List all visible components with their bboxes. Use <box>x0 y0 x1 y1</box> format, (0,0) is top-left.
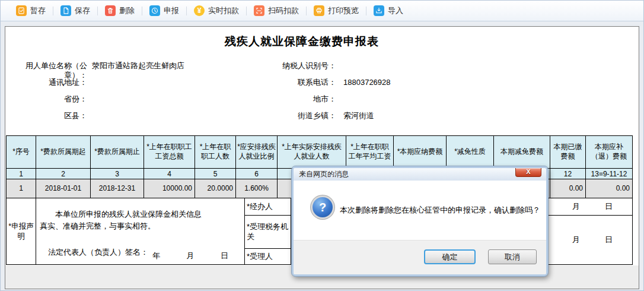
dialog-titlebar[interactable]: 来自网页的消息 <box>294 168 546 181</box>
phone-label: 联系电话： <box>243 78 336 87</box>
import-label: 导入 <box>388 5 403 16</box>
declare-button[interactable]: 申报 <box>142 1 186 21</box>
col-index: 13=9-11-12 <box>586 169 633 179</box>
agent-label: *经办人 <box>245 198 291 216</box>
scan-pay-button[interactable]: 扫码扣款 <box>247 1 306 21</box>
balance-amount-cell: 0.00 <box>586 179 633 199</box>
period-end-cell[interactable]: 2018-12-31 <box>91 179 144 199</box>
col-header: *上年实际安排残疾人就业人数 <box>278 136 346 169</box>
mailing-address-label: 通讯地址： <box>5 78 87 87</box>
question-icon: ? <box>313 197 333 217</box>
paid-amount-cell: 0.00 <box>550 179 586 199</box>
col-header: 本期减免费额 <box>494 136 550 169</box>
phone-value: 18803726928 <box>343 78 391 87</box>
save-doc-icon <box>60 5 71 16</box>
serial-cell: 1 <box>7 179 36 199</box>
street-value: 索河街道 <box>343 111 374 121</box>
total-salary-cell[interactable]: 10000.00 <box>144 179 195 199</box>
dialog-message: 本次删除将删除您在核心征管中的申报记录，确认删除吗？ <box>340 205 540 216</box>
confirm-button[interactable]: 确定 <box>424 249 476 264</box>
col-index: 5 <box>195 169 236 179</box>
col-header: *费款所属期起 <box>36 136 91 169</box>
clock-icon <box>149 5 160 16</box>
day-label: 日 <box>221 251 228 261</box>
col-index: 12 <box>550 169 586 179</box>
col-header: *序号 <box>7 136 36 169</box>
delete-label: 删除 <box>119 5 135 16</box>
clipboard-icon <box>16 5 27 16</box>
col-header: *上年在职职工人数 <box>195 136 236 169</box>
cancel-button[interactable]: 取消 <box>488 249 537 264</box>
realtime-deduct-button[interactable]: ¥ 实时扣款 <box>187 1 246 21</box>
declaration-line1: 本单位所申报的残疾人就业保障金相关信息 <box>40 209 241 220</box>
print-preview-button[interactable]: 打印预览 <box>307 1 366 21</box>
col-index: 2 <box>36 169 91 179</box>
col-header: *本期应纳费额 <box>394 136 447 169</box>
tax-office-label: *受理税务机关 <box>245 216 291 249</box>
period-start-cell[interactable]: 2018-01-01 <box>36 179 91 199</box>
yen-coin-icon: ¥ <box>194 5 205 16</box>
toolbar: 暂存 保存 删除 申报 ¥ 实时扣款 <box>1 1 643 21</box>
close-icon[interactable]: X <box>515 168 541 177</box>
col-index: 4 <box>144 169 195 179</box>
month-label: 月 <box>572 201 580 212</box>
col-header: 本期应补（退）费额 <box>586 136 633 169</box>
temp-save-label: 暂存 <box>30 5 46 16</box>
col-header: *应安排残疾人就业比例 <box>236 136 278 169</box>
declare-label: 申报 <box>164 5 179 16</box>
app-window: 暂存 保存 删除 申报 ¥ 实时扣款 <box>0 0 644 291</box>
county-label: 区县： <box>5 111 87 121</box>
dialog-body: ? 本次删除将删除您在核心征管中的申报记录，确认删除吗？ <box>294 181 546 240</box>
col-header: *上年在职职工年平均工资 <box>346 136 394 169</box>
declaration-line2: 真实、准确并完整，与事实相符。 <box>40 221 241 232</box>
save-label: 保存 <box>75 5 90 16</box>
printer-icon <box>314 5 324 16</box>
taxpayer-id-label: 纳税人识别号： <box>243 61 336 71</box>
day-label: 日 <box>605 235 613 245</box>
acceptor-label: *受理人 <box>245 249 291 265</box>
temp-save-button[interactable]: 暂存 <box>9 1 53 21</box>
delete-button[interactable]: 删除 <box>98 1 142 21</box>
save-button[interactable]: 保存 <box>53 1 97 21</box>
sign-date-placeholder: 年 月 日 <box>152 251 228 261</box>
city-label: 地市： <box>243 94 336 104</box>
scan-pay-label: 扫码扣款 <box>268 5 299 16</box>
col-header: *减免性质 <box>447 136 494 169</box>
month-label: 月 <box>187 251 195 261</box>
table-header-row: *序号 *费款所属期起 *费款所属期止 *上年在职职工工资总额 *上年在职职工人… <box>7 136 633 169</box>
trash-icon <box>105 5 116 16</box>
import-icon <box>374 5 384 16</box>
print-preview-label: 打印预览 <box>328 5 359 16</box>
dialog-title: 来自网页的消息 <box>299 169 349 179</box>
employer-name-label: 用人单位名称（公章）： <box>5 61 87 71</box>
street-label: 街道乡镇： <box>243 111 336 121</box>
import-button[interactable]: 导入 <box>366 1 410 21</box>
page-title: 残疾人就业保障金缴费申报表 <box>5 34 598 49</box>
realtime-deduct-label: 实时扣款 <box>208 5 239 16</box>
col-index: 1 <box>7 169 36 179</box>
declaration-label: *申报声明 <box>7 198 36 265</box>
col-header: 本期已缴费额 <box>550 136 586 169</box>
month-label: 月 <box>572 235 580 245</box>
staff-count-cell[interactable]: 20.0000 <box>195 179 236 199</box>
col-index: 6 <box>236 169 278 179</box>
col-header: *上年在职职工工资总额 <box>144 136 195 169</box>
col-header: *费款所属期止 <box>91 136 144 169</box>
ratio-cell: 1.600% <box>236 179 278 199</box>
dialog-footer: 确定 取消 <box>294 240 546 274</box>
qr-scan-icon <box>254 5 264 16</box>
year-label: 年 <box>152 251 160 261</box>
employer-name-value: 荥阳市通站路起亮生鲜肉店 <box>92 61 184 71</box>
day-label: 日 <box>605 201 613 212</box>
webpage-message-dialog: 来自网页的消息 X ? 本次删除将删除您在核心征管中的申报记录，确认删除吗？ 确… <box>292 166 548 276</box>
province-label: 省份： <box>5 94 87 104</box>
col-index: 3 <box>91 169 144 179</box>
declaration-text-cell: 本单位所申报的残疾人就业保障金相关信息 真实、准确并完整，与事实相符。 法定代表… <box>36 198 245 265</box>
